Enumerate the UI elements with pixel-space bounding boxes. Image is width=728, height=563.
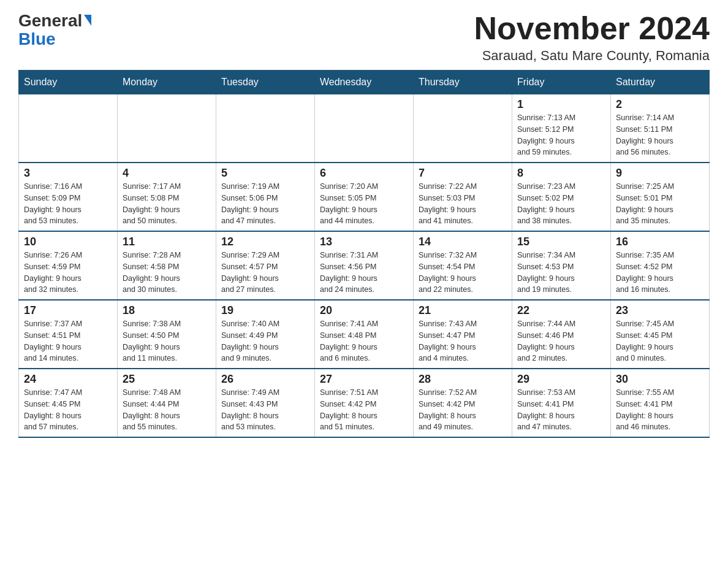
calendar-cell: 22Sunrise: 7:44 AM Sunset: 4:46 PM Dayli… [512,300,611,369]
calendar-cell: 12Sunrise: 7:29 AM Sunset: 4:57 PM Dayli… [216,231,315,300]
calendar-cell [118,94,216,163]
calendar-cell: 17Sunrise: 7:37 AM Sunset: 4:51 PM Dayli… [19,300,118,369]
calendar-cell: 11Sunrise: 7:28 AM Sunset: 4:58 PM Dayli… [118,231,216,300]
calendar-cell [19,94,118,163]
day-number: 22 [517,304,605,317]
day-number: 2 [616,98,704,111]
logo-general: General [18,12,82,29]
day-info: Sunrise: 7:35 AM Sunset: 4:52 PM Dayligh… [616,250,704,296]
calendar-cell [414,94,512,163]
day-info: Sunrise: 7:49 AM Sunset: 4:43 PM Dayligh… [221,387,309,433]
calendar-header-friday: Friday [512,71,611,94]
day-info: Sunrise: 7:34 AM Sunset: 4:53 PM Dayligh… [517,250,605,296]
day-number: 21 [419,304,507,317]
calendar-cell: 15Sunrise: 7:34 AM Sunset: 4:53 PM Dayli… [512,231,611,300]
calendar-cell: 20Sunrise: 7:41 AM Sunset: 4:48 PM Dayli… [315,300,414,369]
day-number: 14 [419,236,507,248]
calendar-cell: 4Sunrise: 7:17 AM Sunset: 5:08 PM Daylig… [118,163,216,231]
day-info: Sunrise: 7:28 AM Sunset: 4:58 PM Dayligh… [123,250,211,296]
day-number: 18 [123,304,211,317]
day-number: 11 [123,236,211,248]
day-number: 6 [320,167,408,180]
day-info: Sunrise: 7:37 AM Sunset: 4:51 PM Dayligh… [24,318,112,364]
calendar-cell: 29Sunrise: 7:53 AM Sunset: 4:41 PM Dayli… [512,369,611,437]
calendar-cell: 6Sunrise: 7:20 AM Sunset: 5:05 PM Daylig… [315,163,414,231]
calendar-cell: 24Sunrise: 7:47 AM Sunset: 4:45 PM Dayli… [19,369,118,437]
calendar-cell [216,94,315,163]
calendar-week-row: 1Sunrise: 7:13 AM Sunset: 5:12 PM Daylig… [19,94,710,163]
day-info: Sunrise: 7:38 AM Sunset: 4:50 PM Dayligh… [123,318,211,364]
day-number: 29 [517,373,605,386]
day-info: Sunrise: 7:14 AM Sunset: 5:11 PM Dayligh… [616,112,704,158]
calendar-header-row: SundayMondayTuesdayWednesdayThursdayFrid… [19,71,710,94]
day-number: 17 [24,304,112,317]
location-title: Sarauad, Satu Mare County, Romania [474,48,710,64]
calendar-week-row: 17Sunrise: 7:37 AM Sunset: 4:51 PM Dayli… [19,300,710,369]
day-info: Sunrise: 7:17 AM Sunset: 5:08 PM Dayligh… [123,181,211,227]
calendar-cell: 16Sunrise: 7:35 AM Sunset: 4:52 PM Dayli… [611,231,710,300]
day-info: Sunrise: 7:51 AM Sunset: 4:42 PM Dayligh… [320,387,408,433]
calendar-cell: 2Sunrise: 7:14 AM Sunset: 5:11 PM Daylig… [611,94,710,163]
day-info: Sunrise: 7:20 AM Sunset: 5:05 PM Dayligh… [320,181,408,227]
day-number: 7 [419,167,507,180]
day-info: Sunrise: 7:43 AM Sunset: 4:47 PM Dayligh… [419,318,507,364]
calendar-cell: 13Sunrise: 7:31 AM Sunset: 4:56 PM Dayli… [315,231,414,300]
day-info: Sunrise: 7:44 AM Sunset: 4:46 PM Dayligh… [517,318,605,364]
day-info: Sunrise: 7:26 AM Sunset: 4:59 PM Dayligh… [24,250,112,296]
calendar-cell: 18Sunrise: 7:38 AM Sunset: 4:50 PM Dayli… [118,300,216,369]
calendar-cell: 5Sunrise: 7:19 AM Sunset: 5:06 PM Daylig… [216,163,315,231]
calendar-cell: 1Sunrise: 7:13 AM Sunset: 5:12 PM Daylig… [512,94,611,163]
day-number: 3 [24,167,112,180]
day-number: 4 [123,167,211,180]
day-info: Sunrise: 7:25 AM Sunset: 5:01 PM Dayligh… [616,181,704,227]
day-number: 30 [616,373,704,386]
month-title: November 2024 [474,12,710,44]
calendar-table: SundayMondayTuesdayWednesdayThursdayFrid… [18,70,710,438]
calendar-cell: 28Sunrise: 7:52 AM Sunset: 4:42 PM Dayli… [414,369,512,437]
day-info: Sunrise: 7:16 AM Sunset: 5:09 PM Dayligh… [24,181,112,227]
calendar-cell: 7Sunrise: 7:22 AM Sunset: 5:03 PM Daylig… [414,163,512,231]
day-info: Sunrise: 7:55 AM Sunset: 4:41 PM Dayligh… [616,387,704,433]
calendar-cell: 14Sunrise: 7:32 AM Sunset: 4:54 PM Dayli… [414,231,512,300]
day-info: Sunrise: 7:41 AM Sunset: 4:48 PM Dayligh… [320,318,408,364]
day-number: 20 [320,304,408,317]
calendar-cell: 10Sunrise: 7:26 AM Sunset: 4:59 PM Dayli… [19,231,118,300]
day-number: 27 [320,373,408,386]
day-info: Sunrise: 7:29 AM Sunset: 4:57 PM Dayligh… [221,250,309,296]
calendar-week-row: 3Sunrise: 7:16 AM Sunset: 5:09 PM Daylig… [19,163,710,231]
day-info: Sunrise: 7:53 AM Sunset: 4:41 PM Dayligh… [517,387,605,433]
day-number: 16 [616,236,704,248]
calendar-cell: 25Sunrise: 7:48 AM Sunset: 4:44 PM Dayli… [118,369,216,437]
day-info: Sunrise: 7:48 AM Sunset: 4:44 PM Dayligh… [123,387,211,433]
day-number: 23 [616,304,704,317]
calendar-header-sunday: Sunday [19,71,118,94]
day-number: 24 [24,373,112,386]
calendar-header-monday: Monday [118,71,216,94]
day-info: Sunrise: 7:40 AM Sunset: 4:49 PM Dayligh… [221,318,309,364]
day-number: 25 [123,373,211,386]
day-info: Sunrise: 7:47 AM Sunset: 4:45 PM Dayligh… [24,387,112,433]
day-number: 28 [419,373,507,386]
day-number: 1 [517,98,605,111]
day-number: 19 [221,304,309,317]
day-info: Sunrise: 7:45 AM Sunset: 4:45 PM Dayligh… [616,318,704,364]
day-info: Sunrise: 7:31 AM Sunset: 4:56 PM Dayligh… [320,250,408,296]
day-info: Sunrise: 7:52 AM Sunset: 4:42 PM Dayligh… [419,387,507,433]
day-number: 13 [320,236,408,248]
calendar-cell: 23Sunrise: 7:45 AM Sunset: 4:45 PM Dayli… [611,300,710,369]
day-info: Sunrise: 7:22 AM Sunset: 5:03 PM Dayligh… [419,181,507,227]
logo-blue: Blue [18,29,56,48]
calendar-cell: 3Sunrise: 7:16 AM Sunset: 5:09 PM Daylig… [19,163,118,231]
calendar-header-wednesday: Wednesday [315,71,414,94]
day-info: Sunrise: 7:32 AM Sunset: 4:54 PM Dayligh… [419,250,507,296]
calendar-week-row: 10Sunrise: 7:26 AM Sunset: 4:59 PM Dayli… [19,231,710,300]
calendar-header-thursday: Thursday [414,71,512,94]
day-info: Sunrise: 7:19 AM Sunset: 5:06 PM Dayligh… [221,181,309,227]
calendar-cell: 30Sunrise: 7:55 AM Sunset: 4:41 PM Dayli… [611,369,710,437]
day-number: 9 [616,167,704,180]
calendar-cell: 19Sunrise: 7:40 AM Sunset: 4:49 PM Dayli… [216,300,315,369]
calendar-header-saturday: Saturday [611,71,710,94]
calendar-cell: 27Sunrise: 7:51 AM Sunset: 4:42 PM Dayli… [315,369,414,437]
calendar-cell: 21Sunrise: 7:43 AM Sunset: 4:47 PM Dayli… [414,300,512,369]
day-number: 15 [517,236,605,248]
